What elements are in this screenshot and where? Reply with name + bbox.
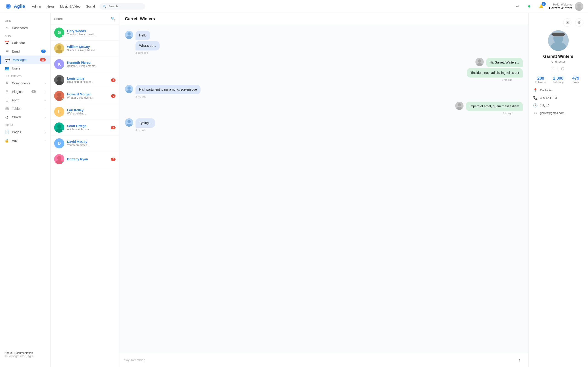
sidebar-item-calendar[interactable]: 📅 Calendar bbox=[0, 39, 50, 47]
svg-point-28 bbox=[458, 103, 461, 106]
contact-item-lori-kelley[interactable]: L Lori Kelley We're building... bbox=[51, 104, 119, 120]
search-icon: 🔍 bbox=[111, 17, 115, 21]
nav-music-video[interactable]: Music & Video bbox=[60, 5, 81, 8]
form-icon: ⊡ bbox=[5, 98, 9, 102]
chevron-right-icon: › bbox=[45, 139, 46, 142]
contact-info: Howard Morgan What are you doing... bbox=[67, 92, 108, 99]
sidebar-item-pages[interactable]: 📄 Pages › bbox=[0, 128, 50, 136]
nav-social[interactable]: Social bbox=[86, 5, 95, 8]
message-time: Just now bbox=[125, 129, 523, 131]
chevron-right-icon: › bbox=[45, 107, 46, 110]
avatar[interactable] bbox=[575, 2, 583, 11]
top-navigation: Agile Admin News Music & Video Social 🔍 … bbox=[0, 0, 588, 13]
location-icon: 📍 bbox=[533, 88, 538, 92]
message-time: 2 days ago bbox=[125, 51, 523, 54]
sidebar-item-charts[interactable]: ◔ Charts › bbox=[0, 113, 50, 121]
contact-info: David McCoy Your teammates... bbox=[67, 140, 115, 147]
avatar-svg bbox=[125, 118, 133, 127]
sidebar-item-plugins[interactable]: ⊞ Plugins 5 › bbox=[0, 87, 50, 96]
contact-preview: A light-weight, no-... bbox=[67, 128, 108, 131]
nav-news[interactable]: News bbox=[47, 5, 55, 8]
search-icon: 🔍 bbox=[103, 5, 107, 8]
profile-actions: ✉ ⚙ bbox=[533, 18, 583, 27]
message-row-left: Typing... bbox=[125, 118, 523, 128]
sidebar-item-components[interactable]: ❖ Components › bbox=[0, 79, 50, 87]
notifications-btn[interactable]: 🔔 3 bbox=[537, 2, 545, 10]
message-row-left: Hello bbox=[125, 31, 523, 40]
sidebar-item-email[interactable]: ✉ Email 5 bbox=[0, 47, 50, 56]
facebook-icon[interactable]: f bbox=[552, 67, 553, 71]
arrow-icon-btn[interactable]: ↩ bbox=[513, 2, 521, 10]
nav-admin[interactable]: Admin bbox=[32, 5, 41, 8]
sidebar-item-dashboard[interactable]: ⌂ Dashboard bbox=[0, 24, 50, 32]
sidebar-item-label: Email bbox=[12, 50, 20, 53]
message-group: Imperdiet amet, quam massa diam 1 hr ago bbox=[125, 102, 523, 115]
twitter-icon[interactable]: t bbox=[556, 67, 558, 71]
sidebar-section-apps: Apps 📅 Calendar ✉ Email 5 💬 Messages 12 … bbox=[0, 32, 50, 73]
sidebar-item-label: Charts bbox=[12, 115, 21, 119]
profile-stat-followers: 288 Followers bbox=[533, 76, 548, 83]
search-input[interactable] bbox=[108, 5, 142, 8]
message-bubble: What's up... bbox=[136, 41, 160, 50]
logo[interactable]: Agile bbox=[5, 3, 25, 10]
google-icon[interactable]: G bbox=[561, 67, 564, 71]
contact-name: Lori Kelley bbox=[67, 108, 115, 112]
sidebar-item-label: Tables bbox=[12, 107, 21, 110]
users-icon: 👥 bbox=[5, 66, 9, 70]
chat-panel: Garrett Winters Hello bbox=[120, 13, 528, 367]
message-row-left: What's up... bbox=[125, 41, 523, 50]
svg-point-22 bbox=[478, 59, 481, 63]
sidebar-item-tables[interactable]: ▦ Tables › bbox=[0, 104, 50, 113]
contact-item-howard-morgan[interactable]: Howard Morgan What are you doing... 5 bbox=[51, 88, 119, 104]
documentation-link[interactable]: Documentation bbox=[15, 351, 33, 355]
sidebar-item-label: Users bbox=[12, 67, 20, 70]
phone-icon: 📞 bbox=[533, 96, 538, 100]
chevron-right-icon: › bbox=[45, 116, 46, 119]
avatar-svg bbox=[455, 102, 464, 110]
about-link[interactable]: About bbox=[5, 351, 12, 355]
contacts-panel: 🔍 G Gary Woods You don't have to swit... bbox=[51, 13, 120, 367]
sidebar-item-users[interactable]: 👥 Users bbox=[0, 64, 50, 73]
main-content: 🔍 G Gary Woods You don't have to swit... bbox=[51, 13, 588, 367]
contacts-search-input[interactable] bbox=[54, 17, 109, 21]
contact-info: Louis Little I'm a kind of hipster... bbox=[67, 77, 108, 83]
plugins-badge: 5 bbox=[32, 90, 36, 93]
avatar-svg bbox=[125, 85, 133, 93]
home-icon: ⌂ bbox=[5, 26, 9, 30]
top-nav-links: Admin News Music & Video Social bbox=[32, 5, 95, 8]
message-row-right: Tincidunt nec, adipiscing tellus est bbox=[125, 68, 523, 77]
contact-item-gary-woods[interactable]: G Gary Woods You don't have to swit... bbox=[51, 25, 119, 41]
message-group: Nisl, parturient id nulla nunc, sceleris… bbox=[125, 85, 523, 98]
contact-preview: What are you doing... bbox=[67, 96, 108, 99]
email-action-button[interactable]: ✉ bbox=[563, 18, 571, 27]
svg-point-25 bbox=[128, 86, 131, 90]
sidebar-item-auth[interactable]: 🔒 Auth › bbox=[0, 136, 50, 145]
profile-title: UI director bbox=[552, 60, 565, 63]
contact-badge: 5 bbox=[111, 94, 115, 98]
send-button[interactable]: ↑ bbox=[515, 356, 524, 364]
svg-point-19 bbox=[128, 32, 131, 35]
following-value: 2,308 bbox=[551, 76, 566, 81]
date-text: July 10 bbox=[540, 104, 549, 107]
contact-avatar-brittany-ryan bbox=[54, 154, 64, 164]
message-group: Typing... Just now bbox=[125, 118, 523, 131]
sidebar-item-messages[interactable]: 💬 Messages 12 bbox=[0, 56, 50, 64]
contact-item-scott-ortega[interactable]: Scott Ortega A light-weight, no-... 4 bbox=[51, 120, 119, 135]
messages-icon: 💬 bbox=[5, 58, 10, 62]
sidebar-item-form[interactable]: ⊡ Form › bbox=[0, 96, 50, 104]
contact-item-kenneth-pierce[interactable]: K Kenneth Pierce @DataAPI Implemente... bbox=[51, 56, 119, 72]
contact-item-william-mccoy[interactable]: William McCoy Silence is likely the mo..… bbox=[51, 41, 119, 56]
contact-item-david-mccoy[interactable]: D David McCoy Your teammates... bbox=[51, 135, 119, 151]
contact-item-brittany-ryan[interactable]: Brittany Ryan 2 bbox=[51, 151, 119, 167]
chat-messages: Hello What's up... 2 days ago Hi, Garret… bbox=[120, 25, 528, 353]
contact-name: Scott Ortega bbox=[67, 124, 108, 128]
settings-action-button[interactable]: ⚙ bbox=[575, 18, 583, 27]
profile-stat-posts: 479 Posts bbox=[568, 76, 583, 83]
dot-green-btn[interactable] bbox=[525, 2, 533, 10]
contact-item-louis-little[interactable]: Louis Little I'm a kind of hipster... 8 bbox=[51, 72, 119, 88]
chat-message-input[interactable] bbox=[124, 358, 513, 362]
email-text: garret@gmail.com bbox=[540, 111, 564, 115]
followers-label: Followers bbox=[533, 81, 548, 83]
contact-avatar-scott-ortega bbox=[54, 123, 64, 133]
contact-name: Howard Morgan bbox=[67, 92, 108, 96]
